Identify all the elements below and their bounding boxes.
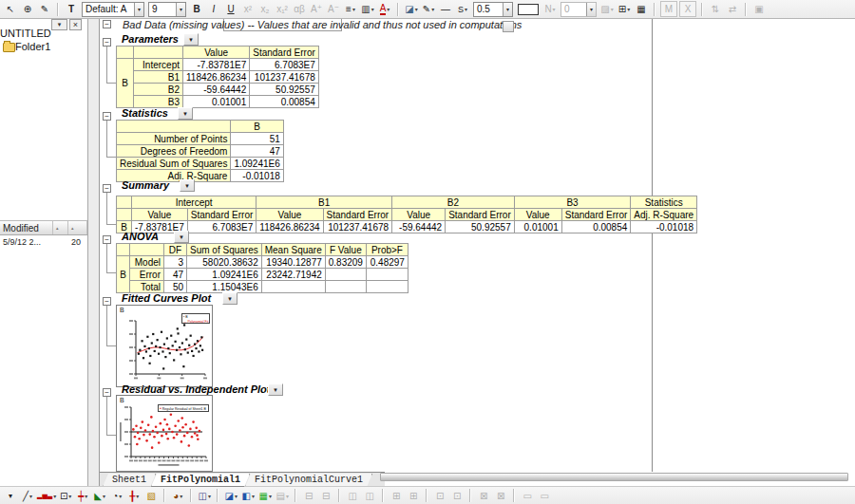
- table-cell[interactable]: Adj. R-Square: [631, 209, 697, 221]
- text-style-icon[interactable]: T: [64, 2, 79, 16]
- table-cell[interactable]: 47: [164, 269, 187, 281]
- draw-tool-icon[interactable]: ✎: [37, 2, 52, 16]
- table-cell[interactable]: 50.92557: [250, 84, 319, 96]
- decrease-font-button[interactable]: A⁻: [326, 2, 341, 16]
- lock-button[interactable]: ▣: [751, 2, 767, 16]
- zoom-tool-icon[interactable]: ⊕: [20, 2, 35, 16]
- pointer-tool-icon[interactable]: ↖: [3, 2, 18, 16]
- table-cell[interactable]: 1.09241E6: [231, 158, 283, 170]
- anova-collapse-box[interactable]: −: [103, 235, 111, 244]
- table-cell[interactable]: [117, 209, 132, 221]
- line-style-button[interactable]: S▾: [455, 2, 470, 16]
- align-hcenter-button[interactable]: ⊞: [389, 489, 404, 503]
- table-cell[interactable]: 3: [164, 256, 187, 269]
- table-cell[interactable]: Sum of Squares: [187, 244, 262, 256]
- sheet-tab-FitPolynomialCurve1[interactable]: FitPolynomialCurve1: [245, 474, 372, 487]
- residual-plot-collapse-box[interactable]: −: [103, 388, 111, 397]
- grid-button[interactable]: ⊞▾: [617, 2, 632, 16]
- table-cell[interactable]: Degrees of Freedom: [117, 145, 231, 158]
- table-cell[interactable]: 19340.12877: [261, 256, 325, 269]
- table-grid-button[interactable]: ▦: [634, 2, 649, 16]
- table-cell[interactable]: Intercept: [132, 196, 256, 209]
- table-cell[interactable]: B1: [256, 196, 392, 209]
- 3d-bars-button[interactable]: ◧▾: [240, 489, 256, 503]
- parameters-dropdown-button[interactable]: ▼: [183, 33, 199, 46]
- table-cell[interactable]: 1.15043E6: [187, 281, 262, 293]
- table-cell[interactable]: 47: [231, 145, 283, 158]
- note-collapse-box[interactable]: −: [103, 20, 111, 28]
- table-cell[interactable]: 0.00854: [561, 221, 631, 233]
- table-cell[interactable]: Prob>F: [366, 244, 408, 256]
- table-cell[interactable]: Value: [514, 209, 561, 221]
- table-cell[interactable]: [134, 47, 183, 59]
- align-top-button[interactable]: ◫: [345, 489, 360, 503]
- table-cell[interactable]: B2: [392, 196, 515, 209]
- table-cell[interactable]: -59.64442: [183, 84, 250, 96]
- parameters-collapse-box[interactable]: −: [103, 38, 111, 47]
- row-merge-button[interactable]: ⇅: [708, 2, 723, 16]
- 3d-pie-button[interactable]: ◕▾: [170, 489, 185, 503]
- panel-collapse-button[interactable]: ▾: [51, 19, 67, 30]
- fitted-curves-graph[interactable]: B ▪ B — Polynomial Fit of Sheet1 B: [116, 305, 213, 387]
- align-bottom-button[interactable]: ◫: [362, 489, 377, 503]
- table-cell[interactable]: [325, 281, 366, 293]
- italic-button[interactable]: I: [206, 2, 221, 16]
- table-cell[interactable]: B3: [134, 96, 183, 108]
- table-cell[interactable]: [261, 281, 325, 293]
- align-button[interactable]: ≡▾: [343, 2, 358, 16]
- table-cell[interactable]: 23242.71942: [261, 269, 325, 281]
- superscript-button[interactable]: x²: [240, 2, 256, 16]
- table-cell[interactable]: [117, 244, 130, 256]
- table-cell[interactable]: 1.09241E6: [187, 269, 262, 281]
- table-cell[interactable]: [366, 269, 408, 281]
- fill-color-button[interactable]: ◪▾: [404, 2, 419, 16]
- table-cell[interactable]: 0.48297: [366, 256, 408, 269]
- table-cell[interactable]: B: [117, 59, 134, 108]
- table-cell[interactable]: 6.7083E7: [187, 221, 256, 233]
- table-cell[interactable]: B1: [134, 71, 183, 84]
- line-style-sample[interactable]: —: [438, 2, 453, 16]
- font-color-button[interactable]: A▾: [377, 2, 392, 16]
- bold-button[interactable]: B: [189, 2, 204, 16]
- polar-plot-button[interactable]: ◔▾: [109, 489, 124, 503]
- fitted-plot-collapse-box[interactable]: −: [103, 297, 111, 306]
- 3d-wireframe-button[interactable]: ◫▾: [197, 489, 212, 503]
- table-cell[interactable]: [117, 196, 132, 209]
- merge-m-button[interactable]: M: [660, 1, 677, 17]
- 3d-surface-button[interactable]: ◪▾: [223, 489, 238, 503]
- table-cell[interactable]: B2: [134, 84, 183, 96]
- errorbar-plot-button[interactable]: ┿▾: [75, 489, 90, 503]
- table-cell[interactable]: 101237.41678: [250, 71, 319, 84]
- table-cell[interactable]: Value: [392, 209, 446, 221]
- line-width-combo[interactable]: 0.5▾: [473, 2, 513, 17]
- border-none-button[interactable]: N▾: [542, 2, 558, 16]
- residual-graph[interactable]: B • Regular Residual of Sheet1 B: [116, 395, 213, 472]
- table-cell[interactable]: Value: [256, 209, 323, 221]
- table-cell[interactable]: F Value: [325, 244, 366, 256]
- table-cell[interactable]: 0.01001: [514, 221, 561, 233]
- table-cell[interactable]: 58020.38632: [187, 256, 262, 269]
- table-cell[interactable]: Standard Error: [250, 47, 319, 59]
- 3d-cube-button[interactable]: ▧: [143, 489, 159, 503]
- area-plot-button[interactable]: ◣▾: [92, 489, 107, 503]
- table-cell[interactable]: Standard Error: [187, 209, 256, 221]
- table-cell[interactable]: B: [117, 256, 130, 293]
- statistics-collapse-box[interactable]: −: [103, 112, 111, 121]
- fitted-plot-dropdown-button[interactable]: ▼: [222, 292, 238, 305]
- horizontal-scrollbar[interactable]: [380, 473, 848, 481]
- distribute-h-button[interactable]: ⊡: [432, 489, 447, 503]
- matrix-image-button[interactable]: ▦▾: [257, 489, 273, 503]
- underline-button[interactable]: U: [223, 2, 238, 16]
- image-profile-button[interactable]: ▤▾: [275, 489, 290, 503]
- panel-close-button[interactable]: ×: [69, 19, 82, 30]
- table-cell[interactable]: -0.01018: [231, 170, 283, 182]
- statistics-dropdown-button[interactable]: ▼: [178, 107, 193, 120]
- project-folder-node[interactable]: Folder1: [15, 41, 50, 52]
- table-cell[interactable]: Total: [130, 281, 164, 293]
- table-cell[interactable]: [117, 121, 231, 133]
- table-cell[interactable]: 51: [231, 133, 283, 145]
- table-cell[interactable]: 118426.86234: [183, 71, 250, 84]
- table-cell[interactable]: Mean Square: [261, 244, 325, 256]
- table-cell[interactable]: [325, 269, 366, 281]
- sheet-tab-Sheet1[interactable]: Sheet1: [103, 474, 156, 487]
